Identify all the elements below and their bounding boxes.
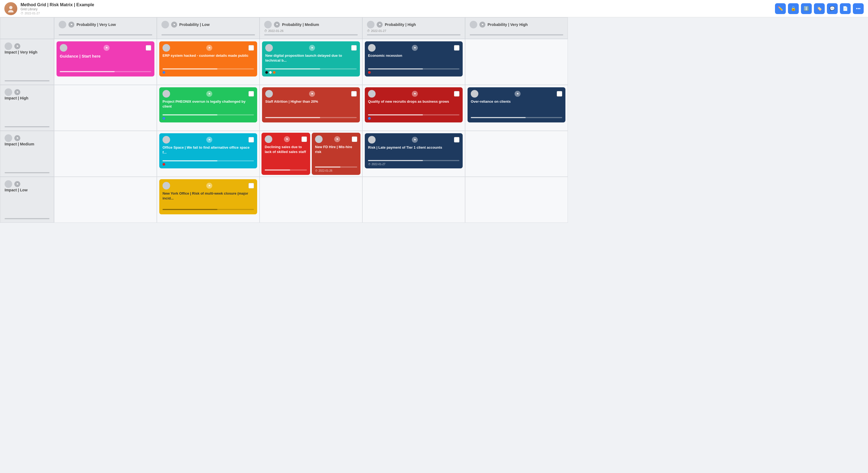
- col-bar-very-low: [59, 34, 152, 35]
- card-recruits[interactable]: ⚑ Quality of new recruits drops as busin…: [365, 87, 463, 122]
- grid-library-label: Grid Library: [21, 7, 775, 11]
- card-ny-checkbox[interactable]: [248, 183, 254, 188]
- card-ny-office[interactable]: ⚑ New York Office | Risk of multi-week c…: [159, 179, 257, 214]
- cell-l-m: [259, 177, 362, 223]
- card-guidance-flag: ⚑: [103, 45, 110, 51]
- card-recession-checkbox[interactable]: [454, 45, 459, 51]
- header: Method Grid | Risk Matrix | Example Grid…: [0, 0, 868, 17]
- tag-button[interactable]: 🏷️: [814, 3, 825, 14]
- row-title-medium: Impact | Medium: [5, 142, 50, 146]
- card-pheonix-header: ⚑: [162, 90, 254, 98]
- card-office-dot: [162, 163, 165, 166]
- col-date-medium: ⏱ 2022-01-26: [264, 29, 358, 32]
- more-button[interactable]: •••: [853, 3, 864, 14]
- col-circle-low: [161, 21, 169, 28]
- card-late-flag: ⚑: [412, 137, 418, 143]
- card-overreliance[interactable]: ⚑ Over-reliance on clients: [468, 87, 565, 122]
- card-attrition-bar: [265, 117, 356, 118]
- card-erp-header: ⚑: [162, 44, 254, 52]
- row-title-low: Impact | Low: [5, 188, 50, 192]
- card-digital-checkbox[interactable]: [351, 45, 356, 51]
- card-overreliance-avatar: [471, 90, 478, 98]
- cell-l-h: [362, 177, 465, 223]
- card-declining-sales[interactable]: ⚑ Declining sales due to lack of skilled…: [261, 133, 310, 175]
- card-pheonix-dots: [162, 117, 254, 120]
- cell-m-vl: [54, 131, 157, 177]
- card-fd-avatar: [315, 135, 322, 143]
- card-guidance-avatar: [60, 44, 67, 52]
- card-fd-flag: ⚑: [334, 136, 340, 142]
- card-guidance-header: ⚑: [60, 44, 151, 52]
- card-sales-flag: ⚑: [284, 136, 290, 142]
- corner-cell: [0, 17, 54, 39]
- cell-h-l: ⚑ Project PHEONIX overrun is legally cha…: [157, 85, 259, 131]
- cell-vh-h: ⚑ Economic recession: [362, 39, 465, 85]
- cell-l-l: ⚑ New York Office | Risk of multi-week c…: [157, 177, 259, 223]
- card-late-checkbox[interactable]: [454, 137, 459, 143]
- card-overreliance-checkbox[interactable]: [557, 91, 562, 96]
- card-overreliance-header: ⚑: [471, 90, 562, 98]
- card-recruits-dot: [368, 117, 371, 120]
- card-digital-header: ⚑: [265, 44, 356, 52]
- card-fd-bar: [315, 166, 357, 167]
- row-bar-very-high: [5, 80, 50, 81]
- card-sales-checkbox[interactable]: [302, 136, 307, 142]
- row-circle-low: [5, 180, 12, 188]
- doc-button[interactable]: 📄: [840, 3, 851, 14]
- cell-m-h: ⚑ Risk | Late payment of Tier 1 client a…: [362, 131, 465, 177]
- card-office-checkbox[interactable]: [248, 137, 254, 143]
- card-fd-checkbox[interactable]: [352, 136, 357, 142]
- card-erp-checkbox[interactable]: [248, 45, 254, 51]
- col-bar-medium: [264, 34, 358, 35]
- edit-button[interactable]: ✏️: [775, 3, 786, 14]
- card-late-avatar: [368, 136, 376, 144]
- comment-button[interactable]: 💬: [827, 3, 838, 14]
- card-digital-dots: [265, 71, 356, 74]
- card-pheonix-checkbox[interactable]: [248, 91, 254, 96]
- card-recruits-checkbox[interactable]: [454, 91, 459, 96]
- card-guidance[interactable]: ⚑ Guidance | Start here: [57, 41, 154, 76]
- col-flag-medium: ⚑: [274, 22, 280, 28]
- card-late-payment[interactable]: ⚑ Risk | Late payment of Tier 1 client a…: [365, 133, 463, 168]
- col-title-very-low: Probability | Very Low: [76, 23, 116, 27]
- card-office[interactable]: ⚑ Office Space | We fail to find alterna…: [159, 133, 257, 168]
- card-recession-avatar: [368, 44, 376, 52]
- card-attrition-title: Staff Attrition | Higher than 20%: [265, 99, 356, 115]
- card-recruits-dots: [368, 117, 459, 120]
- row-circle-medium: [5, 134, 12, 142]
- col-title-high: Probability | High: [385, 23, 416, 27]
- card-ny-avatar: [162, 182, 170, 189]
- row-title-very-high: Impact | Very High: [5, 50, 50, 54]
- card-fd-date: ⏱ 2022-01-26: [315, 169, 357, 172]
- card-recession[interactable]: ⚑ Economic recession: [365, 41, 463, 76]
- card-late-header: ⚑: [368, 136, 459, 144]
- info-button[interactable]: ℹ️: [801, 3, 812, 14]
- card-guidance-bar: [60, 71, 151, 72]
- card-erp-avatar: [162, 44, 170, 52]
- card-pheonix-title: Project PHEONIX overrun is legally chall…: [162, 99, 254, 112]
- card-ny-title: New York Office | Risk of multi-week clo…: [162, 191, 254, 207]
- card-digital[interactable]: ⚑ New digital proposition launch delayed…: [262, 41, 360, 76]
- card-erp-dots: [162, 71, 254, 74]
- card-pheonix[interactable]: ⚑ Project PHEONIX overrun is legally cha…: [159, 87, 257, 122]
- lock-button[interactable]: 🔒: [788, 3, 799, 14]
- col-flag-very-high: ⚑: [479, 22, 485, 28]
- card-attrition-header: ⚑: [265, 90, 356, 98]
- card-digital-bar: [265, 68, 356, 69]
- card-erp[interactable]: ⚑ ERP system hacked - customer details m…: [159, 41, 257, 76]
- card-attrition[interactable]: ⚑ Staff Attrition | Higher than 20%: [262, 87, 360, 122]
- grid-wrapper: ⚑ Probability | Very Low ⚑ Probability |…: [0, 17, 868, 473]
- col-circle-very-low: [59, 21, 66, 28]
- card-attrition-checkbox[interactable]: [351, 91, 356, 96]
- card-office-title: Office Space | We fail to find alternati…: [162, 145, 254, 158]
- card-overreliance-flag: ⚑: [515, 91, 521, 97]
- card-erp-bar: [162, 68, 254, 69]
- card-guidance-checkbox[interactable]: [146, 45, 151, 51]
- card-fd-hire[interactable]: ⚑ New FD Hire | Mis-hire risk ⏱ 2022-01-…: [312, 133, 361, 175]
- card-ny-flag: ⚑: [206, 183, 212, 189]
- card-fd-header: ⚑: [315, 135, 357, 143]
- col-title-medium: Probability | Medium: [282, 23, 319, 27]
- card-overreliance-title: Over-reliance on clients: [471, 99, 562, 115]
- card-digital-dot2: [269, 71, 272, 74]
- card-erp-dot: [162, 71, 165, 74]
